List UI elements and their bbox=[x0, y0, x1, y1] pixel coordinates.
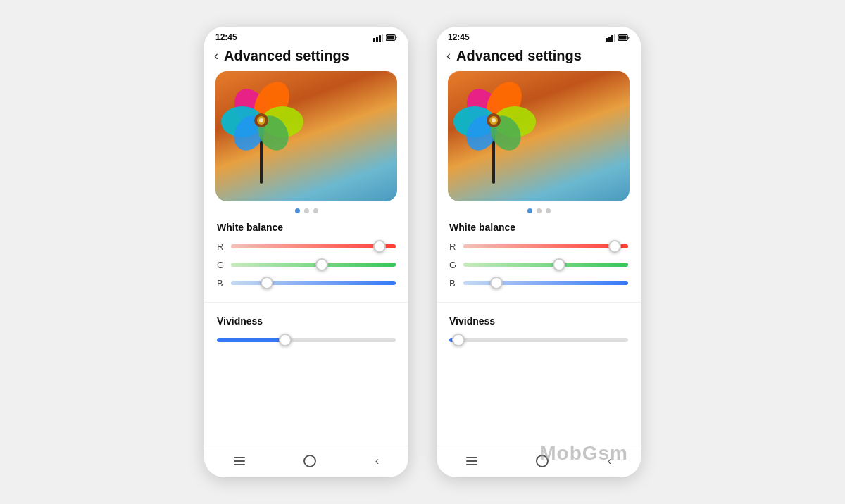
slider-b-right[interactable]: B bbox=[449, 277, 628, 289]
back-button-right[interactable]: ‹ bbox=[446, 49, 451, 63]
battery-icon-right bbox=[618, 34, 630, 42]
nav-bar-right: ‹ bbox=[437, 446, 641, 477]
slider-r-left[interactable]: R bbox=[217, 240, 396, 253]
vivid-track-wrap-right[interactable] bbox=[449, 334, 628, 346]
g-track-wrap-left[interactable] bbox=[231, 258, 396, 271]
dots-row-left bbox=[204, 201, 408, 219]
back-nav-chevron-left: ‹ bbox=[375, 455, 379, 467]
home-button-right[interactable] bbox=[536, 455, 549, 467]
white-balance-title-left: White balance bbox=[217, 222, 396, 233]
white-balance-title-right: White balance bbox=[449, 222, 628, 233]
phone-right: 12:45 ‹ Advanced settings bbox=[437, 27, 641, 477]
r-label-left: R bbox=[217, 241, 225, 252]
svg-point-31 bbox=[492, 118, 496, 122]
divider-right bbox=[437, 302, 641, 303]
svg-point-15 bbox=[259, 118, 263, 122]
b-track-wrap-right[interactable] bbox=[463, 277, 628, 289]
b-label-left: B bbox=[217, 278, 225, 289]
svg-rect-19 bbox=[614, 34, 615, 42]
home-button-left[interactable] bbox=[303, 455, 316, 467]
phones-container: 12:45 ‹ Advanced settings bbox=[204, 27, 641, 477]
white-balance-section-right: White balance R G B bbox=[437, 219, 641, 295]
b-label-right: B bbox=[449, 278, 458, 289]
svg-rect-0 bbox=[373, 38, 375, 42]
r-label-right: R bbox=[449, 241, 458, 252]
b-thumb-left[interactable] bbox=[261, 277, 273, 289]
header-right: ‹ Advanced settings bbox=[437, 45, 641, 71]
status-icons-left bbox=[373, 34, 397, 42]
pinwheel-svg-left bbox=[215, 71, 307, 184]
vividness-title-left: Vividness bbox=[217, 315, 396, 327]
status-bar-right: 12:45 bbox=[437, 27, 641, 45]
slider-b-left[interactable]: B bbox=[217, 277, 396, 289]
r-track-left bbox=[231, 244, 396, 248]
dot-0-left bbox=[295, 208, 300, 213]
recents-button-right[interactable] bbox=[466, 457, 477, 465]
home-circle-left bbox=[303, 455, 316, 467]
b-track-left bbox=[231, 281, 396, 285]
g-label-left: G bbox=[217, 260, 225, 270]
svg-rect-3 bbox=[382, 34, 383, 42]
image-preview-right bbox=[448, 71, 630, 201]
dots-row-right bbox=[437, 201, 641, 219]
slider-g-right[interactable]: G bbox=[449, 258, 628, 271]
r-track-wrap-left[interactable] bbox=[231, 240, 396, 253]
r-thumb-right[interactable] bbox=[608, 240, 621, 253]
back-button-left[interactable]: ‹ bbox=[214, 49, 218, 63]
svg-rect-5 bbox=[387, 35, 394, 39]
vivid-track-left bbox=[217, 338, 396, 342]
vivid-track-right bbox=[449, 338, 628, 342]
vivid-track-wrap-left[interactable] bbox=[217, 334, 396, 346]
page-title-right: Advanced settings bbox=[456, 48, 582, 64]
g-thumb-right[interactable] bbox=[553, 258, 565, 271]
g-label-right: G bbox=[449, 260, 458, 270]
slider-r-right[interactable]: R bbox=[449, 240, 628, 253]
battery-icon-left bbox=[386, 34, 397, 42]
signal-icon-left bbox=[373, 34, 383, 42]
recents-button-left[interactable] bbox=[234, 457, 245, 465]
dot-2-right bbox=[546, 208, 551, 213]
time-left: 12:45 bbox=[215, 32, 237, 42]
b-track-wrap-left[interactable] bbox=[231, 277, 396, 289]
vividness-title-right: Vividness bbox=[449, 315, 628, 327]
b-thumb-right[interactable] bbox=[490, 277, 503, 289]
vividness-section-right: Vividness bbox=[437, 310, 641, 359]
g-track-right bbox=[463, 263, 628, 267]
b-track-right bbox=[463, 281, 628, 285]
g-thumb-left[interactable] bbox=[315, 258, 328, 271]
back-nav-button-right[interactable]: ‹ bbox=[608, 455, 611, 467]
svg-rect-18 bbox=[611, 35, 613, 42]
r-track-right bbox=[463, 244, 628, 248]
status-bar-left: 12:45 bbox=[204, 27, 408, 45]
r-thumb-left[interactable] bbox=[373, 240, 386, 253]
vividness-section-left: Vividness bbox=[204, 310, 408, 359]
pinwheel-svg-right bbox=[448, 71, 539, 184]
dot-2-left bbox=[313, 208, 318, 213]
home-circle-right bbox=[536, 455, 549, 467]
back-nav-chevron-right: ‹ bbox=[608, 455, 611, 467]
status-icons-right bbox=[606, 34, 630, 42]
svg-rect-21 bbox=[619, 35, 627, 39]
vivid-thumb-left[interactable] bbox=[279, 334, 292, 346]
svg-rect-1 bbox=[376, 37, 378, 42]
header-left: ‹ Advanced settings bbox=[204, 45, 408, 71]
time-right: 12:45 bbox=[448, 32, 470, 42]
svg-rect-17 bbox=[608, 37, 611, 42]
nav-bar-left: ‹ bbox=[204, 446, 408, 477]
vivid-thumb-right[interactable] bbox=[452, 334, 465, 346]
signal-icon-right bbox=[606, 34, 615, 42]
dot-0-right bbox=[527, 208, 532, 213]
dot-1-left bbox=[304, 208, 309, 213]
svg-rect-16 bbox=[606, 38, 608, 42]
vivid-slider-left[interactable] bbox=[217, 334, 396, 346]
vivid-slider-right[interactable] bbox=[449, 334, 628, 346]
g-track-left bbox=[231, 263, 396, 267]
svg-rect-2 bbox=[379, 35, 381, 42]
phone-left: 12:45 ‹ Advanced settings bbox=[204, 27, 408, 477]
back-nav-button-left[interactable]: ‹ bbox=[375, 455, 379, 467]
r-track-wrap-right[interactable] bbox=[463, 240, 628, 253]
image-preview-left bbox=[215, 71, 397, 201]
page-title-left: Advanced settings bbox=[224, 48, 349, 64]
slider-g-left[interactable]: G bbox=[217, 258, 396, 271]
g-track-wrap-right[interactable] bbox=[463, 258, 628, 271]
